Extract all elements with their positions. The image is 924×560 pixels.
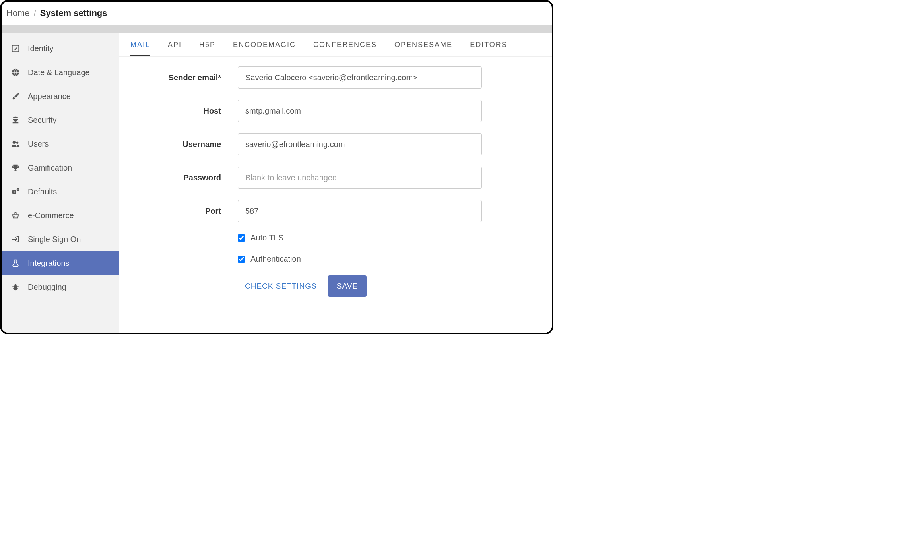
svg-point-3: [16, 142, 19, 144]
globe-icon: [10, 68, 21, 77]
sidebar-item-defaults[interactable]: Defaults: [2, 180, 119, 203]
divider-band: [2, 25, 552, 33]
tab-mail[interactable]: MAIL: [130, 41, 150, 56]
paintbrush-icon: [10, 91, 21, 101]
tab-editors[interactable]: EDITORS: [470, 41, 507, 56]
users-icon: [10, 139, 21, 149]
signin-icon: [10, 234, 21, 244]
sidebar-item-label: Gamification: [28, 163, 72, 172]
sidebar-item-appearance[interactable]: Appearance: [2, 84, 119, 108]
flask-icon: [10, 258, 21, 268]
sidebar-item-label: Identity: [28, 44, 53, 53]
agent-icon: [10, 115, 21, 125]
svg-point-2: [13, 141, 16, 144]
main-content: MAIL API H5P ENCODEMAGIC CONFERENCES OPE…: [119, 33, 552, 333]
app-frame: Home / System settings Identity Date & L…: [0, 0, 553, 334]
auto-tls-label: Auto TLS: [250, 233, 283, 242]
breadcrumb: Home / System settings: [2, 2, 552, 25]
username-label: Username: [130, 140, 238, 149]
sidebar: Identity Date & Language Appearance Secu…: [2, 33, 119, 333]
authentication-label: Authentication: [250, 254, 301, 264]
sidebar-item-label: Appearance: [28, 92, 71, 101]
breadcrumb-home[interactable]: Home: [6, 8, 30, 18]
edit-square-icon: [10, 44, 21, 53]
svg-point-5: [14, 191, 15, 193]
sidebar-item-label: Defaults: [28, 187, 57, 196]
sidebar-item-users[interactable]: Users: [2, 132, 119, 156]
bug-icon: [10, 282, 21, 292]
sidebar-item-debugging[interactable]: Debugging: [2, 275, 119, 299]
sidebar-item-label: Users: [28, 140, 49, 149]
authentication-checkbox[interactable]: [238, 256, 245, 263]
tabs: MAIL API H5P ENCODEMAGIC CONFERENCES OPE…: [119, 33, 552, 57]
sender-email-label: Sender email*: [130, 73, 238, 82]
port-label: Port: [130, 207, 238, 216]
password-input[interactable]: [238, 167, 482, 189]
sidebar-item-date-language[interactable]: Date & Language: [2, 60, 119, 84]
sidebar-item-label: e-Commerce: [28, 211, 74, 220]
basket-icon: [10, 211, 21, 220]
sidebar-item-label: Single Sign On: [28, 235, 81, 244]
username-input[interactable]: [238, 133, 482, 155]
sidebar-item-identity[interactable]: Identity: [2, 37, 119, 60]
sidebar-item-sso[interactable]: Single Sign On: [2, 227, 119, 251]
tab-h5p[interactable]: H5P: [199, 41, 215, 56]
password-label: Password: [130, 173, 238, 182]
gears-icon: [10, 187, 21, 196]
sidebar-item-security[interactable]: Security: [2, 108, 119, 132]
tab-api[interactable]: API: [168, 41, 182, 56]
tab-opensesame[interactable]: OPENSESAME: [394, 41, 452, 56]
sidebar-item-ecommerce[interactable]: e-Commerce: [2, 203, 119, 227]
host-label: Host: [130, 107, 238, 116]
host-input[interactable]: [238, 100, 482, 122]
sidebar-item-label: Debugging: [28, 283, 66, 292]
body-area: Identity Date & Language Appearance Secu…: [2, 33, 552, 333]
sidebar-item-label: Date & Language: [28, 68, 90, 77]
sidebar-item-label: Security: [28, 116, 56, 125]
svg-point-9: [14, 284, 17, 287]
save-button[interactable]: SAVE: [328, 275, 367, 297]
check-settings-button[interactable]: CHECK SETTINGS: [243, 276, 319, 296]
auto-tls-checkbox[interactable]: [238, 234, 245, 242]
svg-point-7: [17, 189, 18, 190]
breadcrumb-separator: /: [34, 8, 36, 18]
trophy-icon: [10, 163, 21, 172]
sidebar-item-integrations[interactable]: Integrations: [2, 251, 119, 275]
mail-form: Sender email* Host Username Password Por: [119, 57, 552, 301]
page-title: System settings: [40, 8, 107, 18]
sender-email-input[interactable]: [238, 66, 482, 89]
port-input[interactable]: [238, 200, 482, 222]
sidebar-item-gamification[interactable]: Gamification: [2, 156, 119, 180]
tab-encodemagic[interactable]: ENCODEMAGIC: [233, 41, 296, 56]
sidebar-item-label: Integrations: [28, 259, 70, 268]
tab-conferences[interactable]: CONFERENCES: [313, 41, 377, 56]
